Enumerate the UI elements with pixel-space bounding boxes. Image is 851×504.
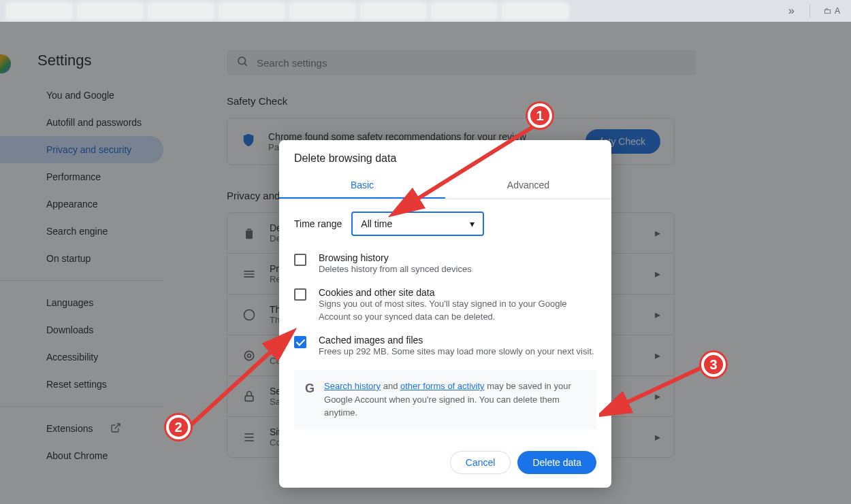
checkbox[interactable] bbox=[294, 288, 306, 301]
annotation-marker-1: 1 bbox=[528, 103, 552, 128]
annotation-marker-3: 3 bbox=[701, 352, 726, 377]
browser-tab[interactable] bbox=[359, 2, 428, 20]
option-title: Browsing history bbox=[319, 252, 596, 263]
checkbox[interactable] bbox=[294, 254, 306, 266]
option-cookies[interactable]: Cookies and other site data Signs you ou… bbox=[294, 282, 596, 329]
google-logo-icon: G bbox=[305, 380, 315, 420]
browser-tab[interactable] bbox=[76, 2, 144, 20]
dialog-tabs: Basic Advanced bbox=[279, 173, 611, 199]
tab-basic[interactable]: Basic bbox=[279, 173, 445, 199]
time-range-select[interactable]: All time ▾ bbox=[351, 212, 484, 236]
option-browsing-history[interactable]: Browsing history Deletes history from al… bbox=[294, 247, 596, 282]
browser-tab[interactable] bbox=[147, 2, 215, 20]
annotation-marker-2: 2 bbox=[166, 415, 191, 439]
cancel-button[interactable]: Cancel bbox=[450, 451, 511, 474]
browser-tab[interactable] bbox=[501, 2, 569, 20]
info-text: and bbox=[381, 381, 400, 391]
bookmark-folder[interactable]: 🗀 A bbox=[818, 6, 846, 16]
search-history-link[interactable]: Search history bbox=[324, 381, 381, 391]
browser-tab[interactable] bbox=[289, 2, 357, 20]
checkbox[interactable] bbox=[294, 336, 306, 348]
option-sub: Signs you out of most sites. You'll stay… bbox=[319, 298, 596, 324]
browser-tab[interactable] bbox=[430, 2, 498, 20]
delete-browsing-data-dialog: Delete browsing data Basic Advanced Time… bbox=[279, 140, 611, 488]
browser-tab[interactable] bbox=[218, 2, 286, 20]
option-title: Cached images and files bbox=[319, 335, 596, 346]
tab-advanced[interactable]: Advanced bbox=[445, 173, 611, 199]
other-activity-link[interactable]: other forms of activity bbox=[400, 381, 485, 391]
divider bbox=[809, 4, 810, 18]
dialog-title: Delete browsing data bbox=[279, 140, 611, 166]
time-range-label: Time range bbox=[294, 218, 342, 229]
delete-data-button[interactable]: Delete data bbox=[517, 451, 596, 474]
folder-label: A bbox=[835, 6, 840, 16]
browser-tab[interactable] bbox=[5, 2, 74, 20]
option-cached-images[interactable]: Cached images and files Frees up 292 MB.… bbox=[294, 329, 596, 364]
option-sub: Frees up 292 MB. Some sites may load mor… bbox=[319, 346, 596, 358]
tab-overflow-button[interactable]: » bbox=[782, 5, 801, 17]
time-range-value: All time bbox=[361, 218, 392, 229]
option-title: Cookies and other site data bbox=[319, 287, 596, 298]
google-account-info: G Search history and other forms of acti… bbox=[294, 370, 596, 429]
browser-tab-strip: » 🗀 A bbox=[0, 0, 851, 22]
option-sub: Deletes history from all synced devices bbox=[319, 263, 596, 276]
app-body: Settings You and Google Autofill and pas… bbox=[0, 22, 851, 504]
chevron-down-icon: ▾ bbox=[470, 218, 475, 229]
folder-icon: 🗀 bbox=[824, 6, 832, 16]
